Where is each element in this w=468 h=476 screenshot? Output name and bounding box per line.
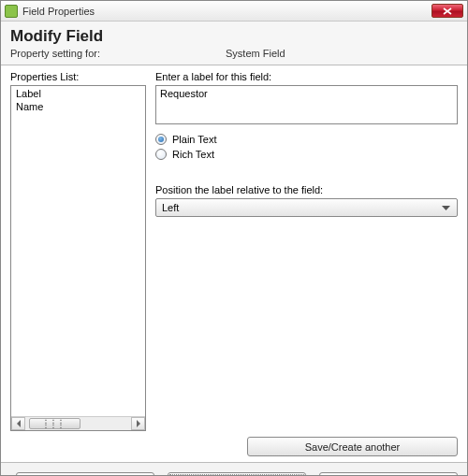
radio-icon xyxy=(155,149,167,160)
property-setting-label: Property setting for: xyxy=(10,48,226,59)
position-select-value: Left xyxy=(162,202,179,213)
label-input[interactable] xyxy=(155,85,458,124)
rich-text-radio[interactable]: Rich Text xyxy=(155,149,458,160)
plain-text-radio[interactable]: Plain Text xyxy=(155,134,458,145)
chevron-down-icon xyxy=(438,202,453,213)
horizontal-scrollbar[interactable]: ⡇⡇⡇ xyxy=(11,416,145,430)
page-title: Modify Field xyxy=(10,27,458,46)
dialog-header: Modify Field Property setting for: Syste… xyxy=(1,22,467,65)
list-item[interactable]: Label xyxy=(12,87,144,100)
properties-listbox[interactable]: Label Name ⡇⡇⡇ xyxy=(10,85,146,431)
properties-list-label: Properties List: xyxy=(10,71,146,82)
rich-text-label: Rich Text xyxy=(172,149,214,160)
plain-text-label: Plain Text xyxy=(172,134,217,145)
text-format-group: Plain Text Rich Text xyxy=(155,134,458,164)
position-select[interactable]: Left xyxy=(155,198,458,217)
save-create-another-button[interactable]: Save/Create another xyxy=(247,437,458,456)
cancel-button[interactable]: Cancel xyxy=(319,472,458,476)
chevron-left-icon xyxy=(16,420,22,427)
properties-panel: Properties List: Label Name ⡇⡇⡇ xyxy=(10,71,146,431)
scroll-left-arrow[interactable] xyxy=(11,417,25,430)
back-button[interactable]: < Back xyxy=(16,472,154,476)
label-prompt: Enter a label for this field: xyxy=(155,71,458,82)
save-row: Save/Create another xyxy=(1,435,467,462)
property-setting-value: System Field xyxy=(226,48,285,59)
finish-button[interactable]: Finish xyxy=(168,472,306,476)
scrollbar-thumb[interactable]: ⡇⡇⡇ xyxy=(29,418,80,429)
app-icon xyxy=(5,5,18,18)
close-button[interactable] xyxy=(431,4,463,18)
title-bar: Field Properties xyxy=(1,1,467,22)
scroll-right-arrow[interactable] xyxy=(131,417,145,430)
chevron-right-icon xyxy=(136,420,141,427)
radio-icon xyxy=(155,134,167,145)
position-prompt: Position the label relative to the field… xyxy=(155,184,458,195)
scrollbar-track[interactable]: ⡇⡇⡇ xyxy=(25,417,131,430)
list-item[interactable]: Name xyxy=(12,100,144,113)
main-body: Properties List: Label Name ⡇⡇⡇ Enter a … xyxy=(1,65,467,435)
window-title: Field Properties xyxy=(22,6,431,17)
dialog-footer: < Back Finish Cancel xyxy=(1,462,467,476)
field-editor-panel: Enter a label for this field: Plain Text… xyxy=(155,71,458,431)
close-icon xyxy=(443,7,452,15)
